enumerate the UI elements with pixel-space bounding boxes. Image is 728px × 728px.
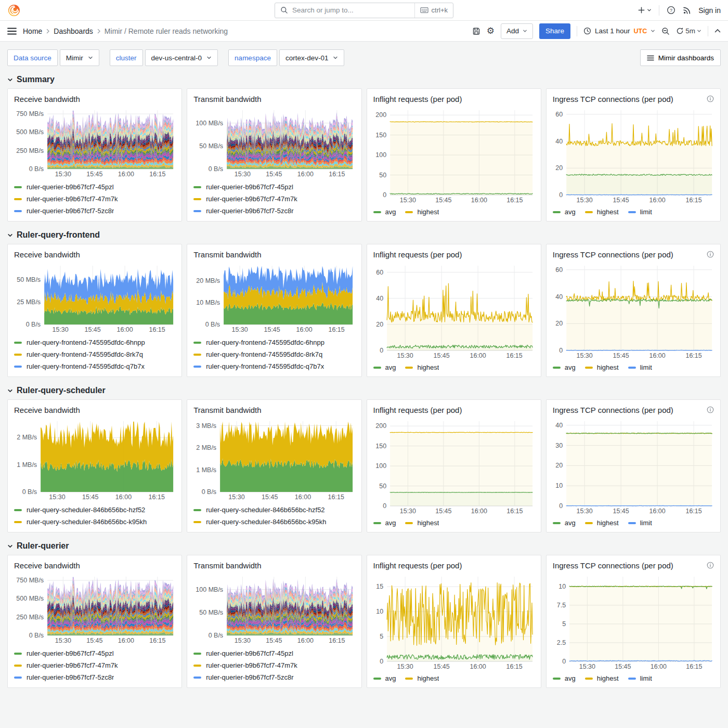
chart-canvas[interactable]: 0 B/s250 MB/s500 MB/s750 MB/s15:3015:451… bbox=[14, 573, 175, 645]
save-dashboard-icon[interactable] bbox=[472, 27, 480, 35]
section-toggle-ruler-querier[interactable]: Ruler-querier bbox=[7, 541, 721, 551]
panel-info-icon[interactable] bbox=[707, 406, 714, 413]
legend-item-ruler-query-frontend-745595dfdc-q7b7x[interactable]: ruler-query-frontend-745595dfdc-q7b7x bbox=[193, 360, 355, 372]
legend-item-ruler-querier-b9b67fcf7-45pzl[interactable]: ruler-querier-b9b67fcf7-45pzl bbox=[193, 647, 355, 659]
chart-area[interactable]: 0 B/s250 MB/s500 MB/s750 MB/s15:3015:451… bbox=[14, 573, 175, 645]
chart-area[interactable]: 0 B/s25 MB/s50 MB/s15:3015:4516:0016:15 bbox=[14, 262, 175, 334]
legend-item-ruler-query-frontend-745595dfdc-6hnpp[interactable]: ruler-query-frontend-745595dfdc-6hnpp bbox=[193, 336, 355, 348]
legend-item-ruler-query-scheduler-846b656bc-k95kh[interactable]: ruler-query-scheduler-846b656bc-k95kh bbox=[14, 516, 175, 528]
legend-item-highest[interactable]: highest bbox=[585, 519, 619, 527]
chart-area[interactable]: 01020304015:3015:4516:0016:15 bbox=[553, 418, 714, 515]
legend-item-ruler-query-frontend-745595dfdc-8rk7q[interactable]: ruler-query-frontend-745595dfdc-8rk7q bbox=[193, 348, 355, 360]
chart-area[interactable]: 0 B/s10 MB/s20 MB/s15:3015:4516:0016:15 bbox=[193, 262, 355, 334]
chart-area[interactable]: 020406015:3015:4516:0016:15 bbox=[553, 262, 714, 360]
chart-area[interactable]: 0 B/s250 MB/s500 MB/s750 MB/s15:3015:451… bbox=[14, 107, 175, 178]
legend-item-ruler-querier-b9b67fcf7-47m7k[interactable]: ruler-querier-b9b67fcf7-47m7k bbox=[193, 193, 355, 205]
chart-canvas[interactable]: 0 B/s1 MB/s2 MB/s3 MB/s15:3015:4516:0016… bbox=[193, 418, 355, 501]
chart-area[interactable]: 0 B/s1 MB/s2 MB/s3 MB/s15:3015:4516:0016… bbox=[193, 418, 355, 501]
legend-item-ruler-querier-b9b67fcf7-47m7k[interactable]: ruler-querier-b9b67fcf7-47m7k bbox=[14, 193, 175, 205]
breadcrumb-home[interactable]: Home bbox=[23, 27, 42, 35]
legend-item-ruler-querier-b9b67fcf7-5zc8r[interactable]: ruler-querier-b9b67fcf7-5zc8r bbox=[193, 205, 355, 217]
chart-canvas[interactable]: 020406015:3015:4516:0016:15 bbox=[553, 107, 714, 204]
chart-area[interactable]: 0 B/s50 MB/s100 MB/s15:3015:4516:0016:15 bbox=[193, 107, 355, 178]
zoom-out-icon[interactable] bbox=[661, 27, 670, 35]
panel-info-icon[interactable] bbox=[707, 95, 714, 102]
chart-area[interactable]: 05010015020015:3015:4516:0016:15 bbox=[373, 418, 535, 515]
legend-item-ruler-query-scheduler-846b656bc-hzf52[interactable]: ruler-query-scheduler-846b656bc-hzf52 bbox=[193, 504, 355, 516]
legend-item-limit[interactable]: limit bbox=[628, 208, 652, 216]
legend-item-ruler-querier-b9b67fcf7-47m7k[interactable]: ruler-querier-b9b67fcf7-47m7k bbox=[193, 659, 355, 671]
share-button[interactable]: Share bbox=[539, 23, 570, 39]
legend-item-highest[interactable]: highest bbox=[405, 519, 439, 527]
legend-item-ruler-querier-b9b67fcf7-45pzl[interactable]: ruler-querier-b9b67fcf7-45pzl bbox=[14, 647, 175, 659]
legend-item-limit[interactable]: limit bbox=[628, 519, 652, 527]
chart-area[interactable]: 05101515:3015:4516:0016:15 bbox=[373, 573, 535, 671]
legend-item-limit[interactable]: limit bbox=[628, 363, 652, 371]
legend-item-ruler-query-frontend-745595dfdc-6hnpp[interactable]: ruler-query-frontend-745595dfdc-6hnpp bbox=[14, 336, 175, 348]
chart-canvas[interactable]: 0 B/s25 MB/s50 MB/s15:3015:4516:0016:15 bbox=[14, 262, 175, 334]
chart-area[interactable]: 05010015020015:3015:4516:0016:15 bbox=[373, 107, 535, 204]
search-input[interactable]: Search or jump to... ctrl+k bbox=[275, 3, 453, 18]
legend-item-ruler-querier-b9b67fcf7-45pzl[interactable]: ruler-querier-b9b67fcf7-45pzl bbox=[14, 181, 175, 193]
legend-item-avg[interactable]: avg bbox=[553, 674, 576, 682]
time-range-picker[interactable]: Last 1 hour UTC bbox=[583, 27, 655, 35]
add-button[interactable]: Add bbox=[501, 23, 533, 39]
chart-canvas[interactable]: 0 B/s250 MB/s500 MB/s750 MB/s15:3015:451… bbox=[14, 107, 175, 178]
legend-item-highest[interactable]: highest bbox=[585, 208, 619, 216]
chart-canvas[interactable]: 0 B/s50 MB/s100 MB/s15:3015:4516:0016:15 bbox=[193, 573, 355, 645]
chart-canvas[interactable]: 05010015020015:3015:4516:0016:15 bbox=[373, 107, 535, 204]
chart-canvas[interactable]: 05101515:3015:4516:0016:15 bbox=[373, 573, 535, 671]
legend-item-avg[interactable]: avg bbox=[553, 363, 576, 371]
mimir-dashboards-button[interactable]: Mimir dashboards bbox=[640, 49, 721, 66]
dashboard-settings-icon[interactable]: ⚙ bbox=[487, 27, 495, 35]
cluster-label[interactable]: cluster bbox=[110, 49, 143, 66]
refresh-button[interactable]: 5m bbox=[676, 27, 701, 35]
legend-item-limit[interactable]: limit bbox=[628, 674, 652, 682]
legend-item-ruler-query-frontend-745595dfdc-q7b7x[interactable]: ruler-query-frontend-745595dfdc-q7b7x bbox=[14, 360, 175, 372]
legend-item-avg[interactable]: avg bbox=[553, 519, 576, 527]
news-icon[interactable] bbox=[683, 6, 691, 15]
namespace-picker[interactable]: cortex-dev-01 bbox=[279, 49, 345, 66]
sign-in-link[interactable]: Sign in bbox=[698, 6, 721, 15]
chart-area[interactable]: 02.557.51015:3015:4516:0016:15 bbox=[553, 573, 714, 671]
namespace-label[interactable]: namespace bbox=[228, 49, 277, 66]
chart-canvas[interactable]: 02.557.51015:3015:4516:0016:15 bbox=[553, 573, 714, 671]
menu-toggle-icon[interactable] bbox=[7, 28, 17, 35]
legend-item-avg[interactable]: avg bbox=[373, 363, 396, 371]
legend-item-avg[interactable]: avg bbox=[373, 519, 396, 527]
legend-item-ruler-querier-b9b67fcf7-5zc8r[interactable]: ruler-querier-b9b67fcf7-5zc8r bbox=[14, 671, 175, 683]
datasource-label[interactable]: Data source bbox=[7, 49, 58, 66]
legend-item-highest[interactable]: highest bbox=[405, 208, 439, 216]
section-toggle-ruler-query-frontend[interactable]: Ruler-query-frontend bbox=[7, 230, 721, 240]
cluster-picker[interactable]: dev-us-central-0 bbox=[145, 49, 218, 66]
legend-item-highest[interactable]: highest bbox=[405, 674, 439, 682]
breadcrumb-dashboards[interactable]: Dashboards bbox=[54, 27, 93, 35]
legend-item-ruler-querier-b9b67fcf7-5zc8r[interactable]: ruler-querier-b9b67fcf7-5zc8r bbox=[193, 671, 355, 683]
legend-item-highest[interactable]: highest bbox=[585, 363, 619, 371]
chart-canvas[interactable]: 020406015:3015:4516:0016:15 bbox=[553, 262, 714, 360]
legend-item-ruler-query-scheduler-846b656bc-k95kh[interactable]: ruler-query-scheduler-846b656bc-k95kh bbox=[193, 516, 355, 528]
legend-item-avg[interactable]: avg bbox=[373, 674, 396, 682]
chart-canvas[interactable]: 05010015020015:3015:4516:0016:15 bbox=[373, 418, 535, 515]
new-button[interactable] bbox=[638, 6, 652, 14]
legend-item-ruler-querier-b9b67fcf7-47m7k[interactable]: ruler-querier-b9b67fcf7-47m7k bbox=[14, 659, 175, 671]
legend-item-ruler-querier-b9b67fcf7-5zc8r[interactable]: ruler-querier-b9b67fcf7-5zc8r bbox=[14, 205, 175, 217]
section-toggle-ruler-query-scheduler[interactable]: Ruler-query-scheduler bbox=[7, 386, 721, 395]
legend-item-ruler-query-scheduler-846b656bc-hzf52[interactable]: ruler-query-scheduler-846b656bc-hzf52 bbox=[14, 504, 175, 516]
chart-canvas[interactable]: 0 B/s50 MB/s100 MB/s15:3015:4516:0016:15 bbox=[193, 107, 355, 178]
grafana-logo-icon[interactable] bbox=[7, 4, 21, 17]
chart-canvas[interactable]: 020406015:3015:4516:0016:15 bbox=[373, 262, 535, 360]
legend-item-ruler-query-frontend-745595dfdc-8rk7q[interactable]: ruler-query-frontend-745595dfdc-8rk7q bbox=[14, 348, 175, 360]
section-toggle-summary[interactable]: Summary bbox=[7, 75, 721, 84]
datasource-picker[interactable]: Mimir bbox=[60, 49, 99, 66]
chart-canvas[interactable]: 01020304015:3015:4516:0016:15 bbox=[553, 418, 714, 515]
chart-canvas[interactable]: 0 B/s10 MB/s20 MB/s15:3015:4516:0016:15 bbox=[193, 262, 355, 334]
panel-info-icon[interactable] bbox=[707, 562, 714, 569]
chart-area[interactable]: 0 B/s1 MB/s2 MB/s15:3015:4516:0016:15 bbox=[14, 418, 175, 501]
chart-area[interactable]: 0 B/s50 MB/s100 MB/s15:3015:4516:0016:15 bbox=[193, 573, 355, 645]
legend-item-avg[interactable]: avg bbox=[373, 208, 396, 216]
legend-item-highest[interactable]: highest bbox=[405, 363, 439, 371]
legend-item-highest[interactable]: highest bbox=[585, 674, 619, 682]
panel-info-icon[interactable] bbox=[707, 251, 714, 258]
chart-canvas[interactable]: 0 B/s1 MB/s2 MB/s15:3015:4516:0016:15 bbox=[14, 418, 175, 501]
